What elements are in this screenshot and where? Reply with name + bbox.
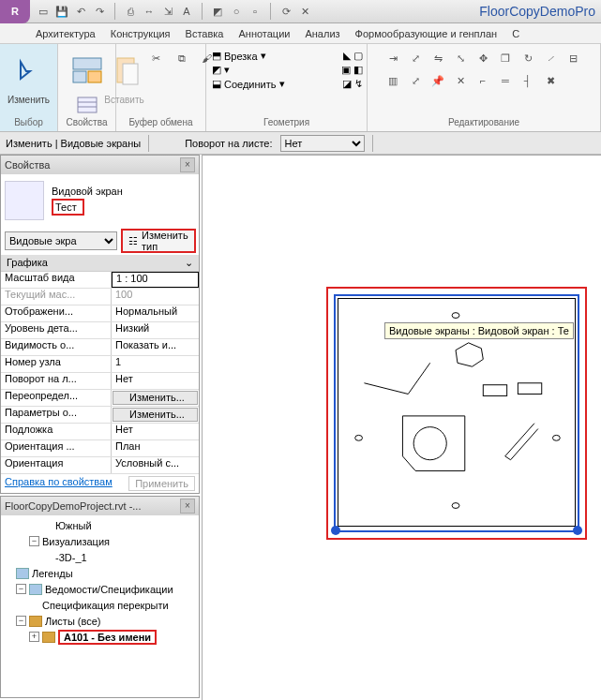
align-icon[interactable]: ⇲ bbox=[160, 4, 175, 19]
close-icon[interactable]: × bbox=[180, 499, 195, 514]
close-icon[interactable]: × bbox=[180, 157, 195, 172]
tree-item-visualization[interactable]: −Визуализация bbox=[3, 533, 197, 549]
delete-icon[interactable]: ✖ bbox=[540, 70, 561, 91]
section-icon[interactable]: ○ bbox=[229, 4, 244, 19]
demolish-icon[interactable]: ◧ bbox=[353, 64, 363, 76]
svg-rect-3 bbox=[78, 97, 97, 112]
properties-help-link[interactable]: Справка по свойствам bbox=[5, 476, 113, 491]
gap-icon[interactable]: ▢ bbox=[353, 50, 363, 62]
tab-insert[interactable]: Вставка bbox=[186, 28, 224, 39]
paste-button[interactable] bbox=[103, 46, 152, 95]
property-value[interactable]: Показать и... bbox=[112, 339, 199, 355]
sheet-icon[interactable]: ▫ bbox=[248, 4, 263, 19]
property-row[interactable]: Ориентация ...План bbox=[1, 440, 199, 457]
trim-icon[interactable]: ⟋ bbox=[540, 48, 561, 68]
mirror-axis-icon[interactable]: ⇋ bbox=[428, 48, 448, 68]
tab-architecture[interactable]: Архитектура bbox=[36, 28, 96, 39]
close-hidden-icon[interactable]: ✕ bbox=[297, 4, 312, 19]
extend-icon[interactable]: ═ bbox=[495, 70, 516, 91]
tab-structure[interactable]: Конструкция bbox=[111, 28, 171, 39]
property-row[interactable]: Параметры о...Изменить... bbox=[1, 407, 199, 424]
array-icon[interactable]: ▥ bbox=[383, 70, 403, 91]
app-menu-button[interactable]: R bbox=[0, 0, 30, 23]
notch-icon[interactable]: ◣ bbox=[343, 50, 351, 62]
rotate-icon[interactable]: ↻ bbox=[518, 48, 538, 68]
print-icon[interactable]: ⎙ bbox=[123, 4, 138, 19]
tree-item-sheet-a101[interactable]: +A101 - Без имени bbox=[3, 629, 197, 645]
copy-modify-icon[interactable]: ❐ bbox=[495, 48, 516, 68]
tree-item-3d[interactable]: -3D-_1 bbox=[3, 549, 197, 565]
property-value[interactable]: Нормальный bbox=[112, 305, 199, 321]
split-icon[interactable]: ⊟ bbox=[563, 48, 583, 68]
wall-open-icon[interactable]: ▣ bbox=[341, 64, 351, 76]
property-name: Уровень дета... bbox=[1, 322, 112, 338]
three-d-icon[interactable]: ◩ bbox=[210, 4, 225, 19]
property-row[interactable]: Уровень дета...Низкий bbox=[1, 322, 199, 339]
modify-button[interactable] bbox=[5, 46, 53, 95]
tab-analyze[interactable]: Анализ bbox=[305, 28, 339, 39]
property-value[interactable]: 100 bbox=[112, 289, 199, 305]
property-value[interactable]: Условный с... bbox=[112, 457, 199, 473]
property-value[interactable]: 1 : 100 bbox=[112, 272, 199, 288]
text-icon[interactable]: A bbox=[179, 4, 194, 19]
cut-geom-label[interactable]: Врезка bbox=[224, 51, 258, 62]
sync-icon[interactable]: ⟳ bbox=[278, 4, 293, 19]
join-icon[interactable]: ⬓ bbox=[212, 78, 221, 90]
tab-more[interactable]: С bbox=[512, 28, 519, 39]
tree-item-sheets[interactable]: −Листы (все) bbox=[3, 613, 197, 629]
instance-filter-select[interactable]: Видовые экра bbox=[5, 231, 117, 250]
title-bar: R ▭ 💾 ↶ ↷ ⎙ ↔ ⇲ A ◩ ○ ▫ ⟳ ✕ FloorCopyDem… bbox=[0, 0, 601, 23]
beam-join-icon[interactable]: ↯ bbox=[354, 78, 363, 90]
tab-massing[interactable]: Формообразующие и генплан bbox=[355, 28, 498, 39]
mirror-draw-icon[interactable]: ⤡ bbox=[450, 48, 471, 68]
scale-icon[interactable]: ⤢ bbox=[405, 70, 426, 91]
svg-point-18 bbox=[452, 313, 459, 319]
trim-corner-icon[interactable]: ⌐ bbox=[473, 70, 493, 91]
edit-type-button[interactable]: ☷Изменить тип bbox=[121, 229, 196, 253]
property-value[interactable]: Изменить... bbox=[113, 408, 198, 422]
split-face-icon[interactable]: ◪ bbox=[342, 78, 352, 90]
property-value[interactable]: План bbox=[112, 440, 199, 456]
tree-item-schedule-item[interactable]: Спецификация перекрыти bbox=[3, 597, 197, 613]
tree-item-south[interactable]: Южный bbox=[3, 517, 197, 533]
copy-icon[interactable]: ⧉ bbox=[172, 48, 192, 68]
redo-icon[interactable]: ↷ bbox=[92, 4, 107, 19]
cut-profile-icon[interactable]: ◩ bbox=[212, 64, 221, 76]
group-header-graphics[interactable]: Графика⌄ bbox=[1, 255, 199, 271]
property-row[interactable]: Поворот на л...Нет bbox=[1, 373, 199, 390]
cope-icon[interactable]: ⬒ bbox=[212, 50, 221, 62]
property-row[interactable]: Видимость о...Показать и... bbox=[1, 339, 199, 356]
property-row[interactable]: Номер узла1 bbox=[1, 356, 199, 373]
property-value[interactable]: Нет bbox=[112, 424, 199, 439]
open-icon[interactable]: ▭ bbox=[36, 4, 51, 19]
pin-icon[interactable]: 📌 bbox=[428, 70, 448, 91]
property-row[interactable]: Текущий мас...100 bbox=[1, 289, 199, 305]
apply-button[interactable]: Применить bbox=[128, 476, 195, 491]
trim-single-icon[interactable]: ┤ bbox=[518, 70, 538, 91]
rotation-select[interactable]: Нет bbox=[280, 135, 365, 152]
join-label[interactable]: Соединить bbox=[224, 79, 277, 90]
property-value[interactable]: Изменить... bbox=[113, 391, 198, 405]
tree-item-schedules[interactable]: −Ведомости/Спецификации bbox=[3, 581, 197, 597]
measure-icon[interactable]: ↔ bbox=[142, 4, 157, 19]
property-row[interactable]: ОриентацияУсловный с... bbox=[1, 457, 199, 474]
property-row[interactable]: Отображени...Нормальный bbox=[1, 305, 199, 322]
undo-icon[interactable]: ↶ bbox=[73, 4, 88, 19]
unpin-icon[interactable]: ✕ bbox=[450, 70, 471, 91]
viewport-grip-br[interactable] bbox=[573, 526, 582, 535]
move-icon[interactable]: ✥ bbox=[473, 48, 493, 68]
align-icon[interactable]: ⇥ bbox=[383, 48, 403, 68]
tree-item-legends[interactable]: Легенды bbox=[3, 565, 197, 581]
property-row[interactable]: Переопредел...Изменить... bbox=[1, 390, 199, 407]
property-value[interactable]: 1 bbox=[112, 356, 199, 372]
tab-annotate[interactable]: Аннотации bbox=[238, 28, 290, 39]
type-thumbnail[interactable] bbox=[5, 181, 44, 220]
property-row[interactable]: Масштаб вида1 : 100 bbox=[1, 272, 199, 289]
drawing-canvas[interactable]: Видовые экраны : Видовой экран : Те bbox=[202, 155, 601, 700]
property-value[interactable]: Низкий bbox=[112, 322, 199, 338]
offset-icon[interactable]: ⤢ bbox=[405, 48, 426, 68]
property-row[interactable]: ПодложкаНет bbox=[1, 424, 199, 440]
viewport-grip-bl[interactable] bbox=[331, 526, 340, 535]
save-icon[interactable]: 💾 bbox=[54, 4, 69, 19]
property-value[interactable]: Нет bbox=[112, 373, 199, 389]
